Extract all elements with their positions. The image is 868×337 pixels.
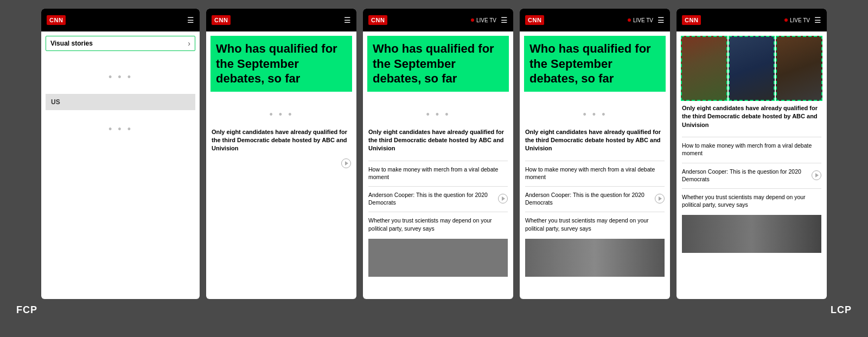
cnn-logo-4: CNN [525, 15, 544, 25]
divider-5b [682, 163, 821, 163]
divider-4a [525, 161, 665, 161]
labels-row: FCP LCP [0, 300, 868, 322]
sub-article-text-5-1: How to make money with merch from a vira… [682, 142, 821, 157]
play-triangle-5 [815, 173, 819, 177]
play-triangle-4 [659, 196, 662, 201]
article-dots-2: • • • [212, 99, 351, 126]
live-tv-label-4: LIVE TV [628, 17, 653, 23]
candidate-image-2 [729, 36, 775, 101]
main-article-5: Only eight candidates have already quali… [682, 104, 821, 129]
article-area-5: Only eight candidates have already quali… [676, 103, 827, 299]
sub-article-5-3: Whether you trust scientists may depend … [682, 193, 821, 208]
headline-box-4: Who has qualified for the September deba… [524, 36, 666, 92]
lcp-border-1 [681, 36, 727, 101]
cnn-logo-3: CNN [368, 15, 387, 25]
cnn-logo-5: CNN [682, 15, 701, 25]
article-area-2: • • • Only eight candidates have already… [206, 96, 356, 300]
fcp-label: FCP [16, 304, 37, 316]
divider-4b [525, 186, 665, 187]
divider-5a [682, 137, 821, 137]
article-dots-3: • • • [368, 99, 508, 126]
lcp-border-2 [729, 36, 775, 101]
phone-2: CNN ☰ Who has qualified for the Septembe… [206, 9, 356, 299]
divider-3a [368, 161, 508, 161]
lcp-label: LCP [831, 304, 852, 316]
phone5-content: Only eight candidates have already quali… [676, 31, 827, 299]
sub-article-5-2: Anderson Cooper: This is the question fo… [682, 168, 821, 183]
sub-article-text-3-2: Anderson Cooper: This is the question fo… [368, 191, 496, 206]
divider-5c [682, 188, 821, 189]
sub-article-text-3-1: How to make money with merch from a vira… [368, 166, 508, 181]
phone-4: CNN LIVE TV ☰ Who has qualified for the … [520, 9, 670, 299]
headline-title-2: Who has qualified for the September deba… [216, 41, 347, 86]
play-circle-3[interactable] [498, 194, 508, 204]
main-article-2: Only eight candidates have already quali… [212, 128, 351, 153]
phone3-content: Who has qualified for the September deba… [363, 31, 513, 299]
phone-lcp: CNN LIVE TV ☰ [676, 9, 827, 299]
sub-article-2-play [212, 158, 351, 168]
cnn-logo-1: CNN [47, 15, 66, 25]
chevron-right-icon: › [188, 39, 190, 48]
us-section: US [46, 94, 195, 110]
candidates-image [681, 36, 822, 101]
hamburger-icon-5[interactable]: ☰ [814, 16, 821, 24]
live-dot-4 [628, 18, 631, 22]
live-tv-label-3: LIVE TV [471, 17, 496, 23]
sub-article-text-4-2: Anderson Cooper: This is the question fo… [525, 191, 653, 206]
live-tv-label-5: LIVE TV [784, 17, 810, 23]
sub-article-text-3-3: Whether you trust scientists may depend … [368, 217, 508, 232]
loading-dots-1: • • • [41, 55, 200, 94]
sub-article-3-3: Whether you trust scientists may depend … [368, 217, 508, 232]
play-triangle-2 [345, 161, 348, 166]
sub-article-4-2: Anderson Cooper: This is the question fo… [525, 191, 665, 206]
phone-3: CNN LIVE TV ☰ Who has qualified for the … [363, 9, 513, 299]
play-circle-4[interactable] [655, 194, 665, 204]
candidate-image-1 [681, 36, 727, 101]
headline-box-3: Who has qualified for the September deba… [367, 36, 509, 92]
sub-article-3-1: How to make money with merch from a vira… [368, 166, 508, 181]
sub-article-text-5-2: Anderson Cooper: This is the question fo… [682, 168, 809, 183]
header-right-4: LIVE TV ☰ [628, 16, 665, 24]
article-area-4: • • • Only eight candidates have already… [520, 96, 670, 300]
headline-title-4: Who has qualified for the September deba… [529, 41, 660, 86]
sub-article-text-4-1: How to make money with merch from a vira… [525, 166, 665, 181]
hamburger-icon-2[interactable]: ☰ [344, 16, 351, 24]
candidate-image-3 [776, 36, 822, 101]
headline-title-3: Who has qualified for the September deba… [373, 41, 503, 86]
sub-article-text-5-3: Whether you trust scientists may depend … [682, 193, 821, 208]
hamburger-icon-3[interactable]: ☰ [501, 16, 508, 24]
hamburger-icon-1[interactable]: ☰ [187, 16, 194, 24]
play-circle-5[interactable] [812, 170, 821, 180]
article-area-3: • • • Only eight candidates have already… [363, 96, 513, 300]
bottom-image-5 [682, 215, 821, 253]
sub-article-4-3: Whether you trust scientists may depend … [525, 217, 665, 232]
phone1-content: Visual stories › • • • US • • • [41, 31, 200, 299]
article-dots-4: • • • [525, 99, 665, 126]
lcp-border-3 [776, 36, 822, 101]
cnn-header-1: CNN ☰ [41, 9, 200, 31]
live-dot-5 [784, 18, 788, 22]
play-circle-2[interactable] [341, 158, 351, 168]
loading-dots-2: • • • [41, 110, 200, 149]
cnn-header-3: CNN LIVE TV ☰ [363, 9, 513, 31]
divider-3c [368, 212, 508, 212]
headline-box-2: Who has qualified for the September deba… [210, 36, 352, 92]
visual-stories-label: Visual stories [50, 40, 93, 47]
divider-3b [368, 186, 508, 187]
bottom-image-3 [368, 239, 508, 277]
phone4-content: Who has qualified for the September deba… [520, 31, 670, 299]
screenshots-row: CNN ☰ Visual stories › • • • US • • • CN… [0, 0, 868, 299]
hamburger-icon-4[interactable]: ☰ [658, 16, 665, 24]
main-article-4: Only eight candidates have already quali… [525, 128, 665, 153]
sub-article-5-1: How to make money with merch from a vira… [682, 142, 821, 157]
visual-stories-bar[interactable]: Visual stories › [46, 36, 195, 51]
divider-4c [525, 212, 665, 212]
cnn-logo-2: CNN [212, 15, 231, 25]
phone2-content: Who has qualified for the September deba… [206, 31, 356, 299]
header-right-5: LIVE TV ☰ [784, 16, 821, 24]
phone-fcp: CNN ☰ Visual stories › • • • US • • • [41, 9, 200, 299]
header-right-3: LIVE TV ☰ [471, 16, 508, 24]
cnn-header-2: CNN ☰ [206, 9, 356, 31]
main-article-3: Only eight candidates have already quali… [368, 128, 508, 153]
sub-article-text-4-3: Whether you trust scientists may depend … [525, 217, 665, 232]
